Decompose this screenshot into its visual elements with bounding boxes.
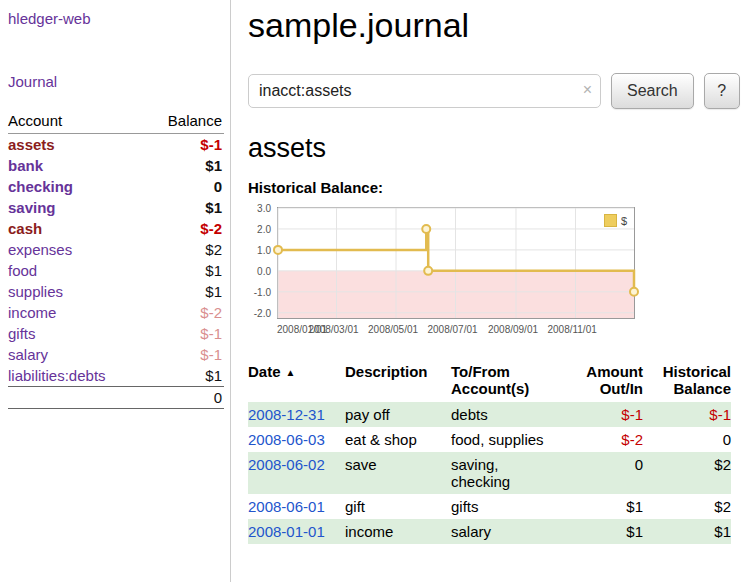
account-link[interactable]: expenses [8,241,72,258]
transaction-accounts: debts [451,402,571,427]
register-row: 2008-06-01 gift gifts $1 $2 [248,494,731,519]
account-link[interactable]: saving [8,199,56,216]
chart-y-tick-label: 0.0 [257,266,271,277]
transaction-accounts: gifts [451,494,571,519]
transaction-description: save [345,452,451,494]
account-balance: $1 [205,283,222,300]
chart-y-tick-label: -1.0 [254,287,271,298]
register-header-date[interactable]: Date▲ [248,363,345,402]
account-balance: $1 [205,199,222,216]
transaction-balance: $2 [643,452,731,494]
chart-x-tick-label: 2008/03/01 [309,324,359,335]
account-row: bank $1 [8,155,224,176]
register-header-amount: Amount Out/In [571,363,643,402]
transaction-accounts: salary [451,519,571,544]
search-box: × [248,74,601,108]
transaction-description: eat & shop [345,427,451,452]
register-row: 2008-06-02 save saving, checking 0 $2 [248,452,731,494]
transaction-amount: $1 [571,494,643,519]
chart-x-tick-label: 2008/07/01 [428,324,478,335]
transaction-amount: $-2 [571,427,643,452]
register-header-balance: Historical Balance [643,363,731,402]
account-balance: $1 [205,262,222,279]
account-row: expenses $2 [8,239,224,260]
account-link[interactable]: checking [8,178,73,195]
transaction-date-link[interactable]: 2008-06-03 [248,431,325,448]
transaction-balance: $2 [643,494,731,519]
chart-x-tick-label: 2008/09/01 [488,324,538,335]
account-link[interactable]: cash [8,220,42,237]
transaction-date-link[interactable]: 2008-01-01 [248,523,325,540]
transaction-description: gift [345,494,451,519]
register-row: 2008-06-03 eat & shop food, supplies $-2… [248,427,731,452]
transaction-accounts: saving, checking [451,452,571,494]
chart-y-tick-label: 1.0 [257,245,271,256]
accounts-header-row: Account Balance [8,110,224,134]
account-link[interactable]: salary [8,346,48,363]
chart-title: Historical Balance: [248,179,742,196]
main-content: sample.journal × Search ? assets Histori… [231,0,742,544]
register-header-description: Description [345,363,451,402]
legend-label: $ [621,215,627,227]
search-input[interactable] [248,74,601,108]
search-button[interactable]: Search [611,73,694,109]
account-row: salary $-1 [8,344,224,365]
transaction-date-link[interactable]: 2008-06-01 [248,498,325,515]
transaction-balance: $1 [643,519,731,544]
chart-y-tick-label: 2.0 [257,224,271,235]
transaction-description: income [345,519,451,544]
account-row: supplies $1 [8,281,224,302]
register-rows: 2008-12-31 pay off debts $-1 $-1 2008-06… [248,402,731,544]
account-link[interactable]: liabilities:debts [8,367,106,384]
sort-ascending-icon: ▲ [286,367,296,378]
transaction-amount: $1 [571,519,643,544]
nav-journal-link[interactable]: Journal [8,73,224,90]
transaction-accounts: food, supplies [451,427,571,452]
account-balance: $1 [205,157,222,174]
chart-y-tick-label: 3.0 [257,203,271,214]
account-link[interactable]: income [8,304,56,321]
transaction-amount: $-1 [571,402,643,427]
register-row: 2008-01-01 income salary $1 $1 [248,519,731,544]
search-help-button[interactable]: ? [704,73,740,109]
account-balance: $-2 [200,304,222,321]
chart-y-tick-label: -2.0 [254,308,271,319]
transaction-date-link[interactable]: 2008-06-02 [248,456,325,473]
account-row: saving $1 [8,197,224,218]
register-table: Date▲ Description To/From Account(s) Amo… [248,363,731,544]
account-row: gifts $-1 [8,323,224,344]
account-link[interactable]: gifts [8,325,36,342]
account-link[interactable]: food [8,262,37,279]
accounts-header-balance: Balance [145,110,224,134]
account-row: income $-2 [8,302,224,323]
transaction-amount: 0 [571,452,643,494]
register-row: 2008-12-31 pay off debts $-1 $-1 [248,402,731,427]
account-balance: $-1 [200,325,222,342]
account-link[interactable]: assets [8,136,55,153]
accounts-total-row: 0 [8,387,224,409]
account-heading: assets [248,133,742,164]
account-row: checking 0 [8,176,224,197]
legend-swatch-icon [604,214,617,227]
clear-search-icon[interactable]: × [583,81,592,99]
accounts-header-account: Account [8,110,145,134]
account-balance: $-1 [200,346,222,363]
chart-x-tick-label: 2008/11/01 [547,324,596,335]
chart-y-axis: 3.02.01.00.0-1.0-2.0 [248,208,273,318]
sidebar: hledger-web Journal Account Balance asse… [0,0,231,582]
register-header-date-label: Date [248,363,281,380]
register-header-accounts: To/From Account(s) [451,363,571,402]
account-row: cash $-2 [8,218,224,239]
transaction-date-link[interactable]: 2008-12-31 [248,406,325,423]
transaction-balance: $-1 [643,402,731,427]
account-row: assets $-1 [8,134,224,156]
account-balance: $2 [205,241,222,258]
account-link[interactable]: bank [8,157,43,174]
account-link[interactable]: supplies [8,283,63,300]
register-header-row: Date▲ Description To/From Account(s) Amo… [248,363,731,402]
transaction-description: pay off [345,402,451,427]
chart-x-axis: 2008/01/012008/03/012008/05/012008/07/01… [277,324,635,337]
account-balance: 0 [214,178,222,195]
accounts-list: assets $-1 bank $1 checking 0 saving $1 … [8,134,224,387]
app-title-link[interactable]: hledger-web [8,10,224,27]
